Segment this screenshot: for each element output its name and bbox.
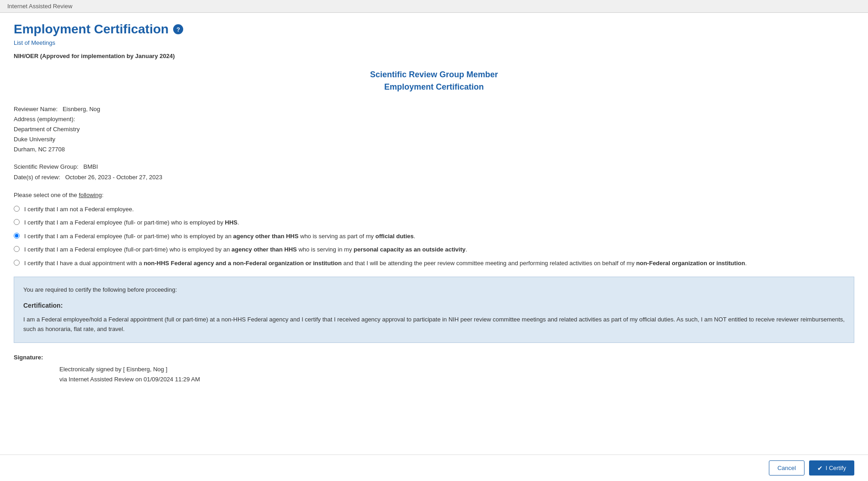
dates-label: Date(s) of review:: [14, 174, 60, 181]
srg-value: BMBI: [83, 163, 98, 170]
center-heading-line1: Scientific Review Group Member: [14, 69, 854, 81]
radio-opt5[interactable]: [14, 260, 20, 266]
page-wrapper: Employment Certification ? List of Meeti…: [0, 13, 868, 426]
radio-item-4: I certify that I am a Federal employee (…: [14, 245, 854, 254]
department: Department of Chemistry: [14, 124, 854, 134]
radio-item-1: I certify that I am not a Federal employ…: [14, 205, 854, 214]
radio-item-2: I certify that I am a Federal employee (…: [14, 218, 854, 227]
radio-label-3[interactable]: I certify that I am a Federal employee (…: [24, 232, 415, 241]
reviewer-name-line: Reviewer Name: Eisnberg, Nog: [14, 104, 854, 114]
city: Durham, NC 27708: [14, 144, 854, 155]
cert-title: Certification:: [23, 300, 845, 310]
reviewer-name-label: Reviewer Name:: [14, 106, 58, 112]
radio-opt1[interactable]: [14, 206, 20, 212]
radio-label-5[interactable]: I certify that I have a dual appointment…: [24, 259, 747, 268]
radio-label-2[interactable]: I certify that I am a Federal employee (…: [24, 218, 239, 227]
radio-label-4[interactable]: I certify that I am a Federal employee (…: [24, 245, 467, 254]
dates-value: October 26, 2023 - October 27, 2023: [65, 174, 162, 181]
university: Duke University: [14, 134, 854, 144]
srg-label: Scientific Review Group:: [14, 163, 79, 170]
cert-required: You are required to certify the followin…: [23, 285, 845, 295]
radio-label-1[interactable]: I certify that I am not a Federal employ…: [24, 205, 134, 214]
signature-line1: Electronically signed by [ Eisnberg, Nog…: [59, 364, 854, 374]
radio-opt2[interactable]: [14, 219, 20, 225]
select-instruction: Please select one of the following:: [14, 192, 854, 198]
signature-details: Electronically signed by [ Eisnberg, Nog…: [59, 364, 854, 385]
signature-label: Signature:: [14, 354, 854, 361]
cert-body: I am a Federal employee/hold a Federal a…: [23, 315, 845, 334]
nih-approval: NIH/OER (Approved for implementation by …: [14, 53, 854, 59]
radio-item-5: I certify that I have a dual appointment…: [14, 259, 854, 268]
radio-opt4[interactable]: [14, 246, 20, 252]
dates-line: Date(s) of review: October 26, 2023 - Oc…: [14, 172, 854, 182]
certification-box: You are required to certify the followin…: [14, 277, 854, 343]
page-title: Employment Certification: [14, 22, 169, 37]
signature-line2: via Internet Assisted Review on 01/09/20…: [59, 374, 854, 385]
review-group-info: Scientific Review Group: BMBI Date(s) of…: [14, 162, 854, 182]
signature-section: Signature: Electronically signed by [ Ei…: [14, 354, 854, 385]
radio-item-3: I certify that I am a Federal employee (…: [14, 232, 854, 241]
list-of-meetings-link[interactable]: List of Meetings: [14, 39, 854, 46]
top-bar: Internet Assisted Review: [0, 0, 868, 13]
reviewer-name-value: Eisnberg, Nog: [63, 106, 100, 112]
center-heading-line2: Employment Certification: [14, 81, 854, 93]
top-bar-label: Internet Assisted Review: [7, 3, 72, 10]
reviewer-info: Reviewer Name: Eisnberg, Nog Address (em…: [14, 104, 854, 155]
address-label: Address (employment):: [14, 114, 854, 124]
page-title-container: Employment Certification ?: [14, 22, 854, 37]
srg-line: Scientific Review Group: BMBI: [14, 162, 854, 172]
radio-group: I certify that I am not a Federal employ…: [14, 205, 854, 268]
center-heading: Scientific Review Group Member Employmen…: [14, 69, 854, 93]
help-icon[interactable]: ?: [173, 24, 183, 34]
radio-opt3[interactable]: [14, 233, 20, 239]
